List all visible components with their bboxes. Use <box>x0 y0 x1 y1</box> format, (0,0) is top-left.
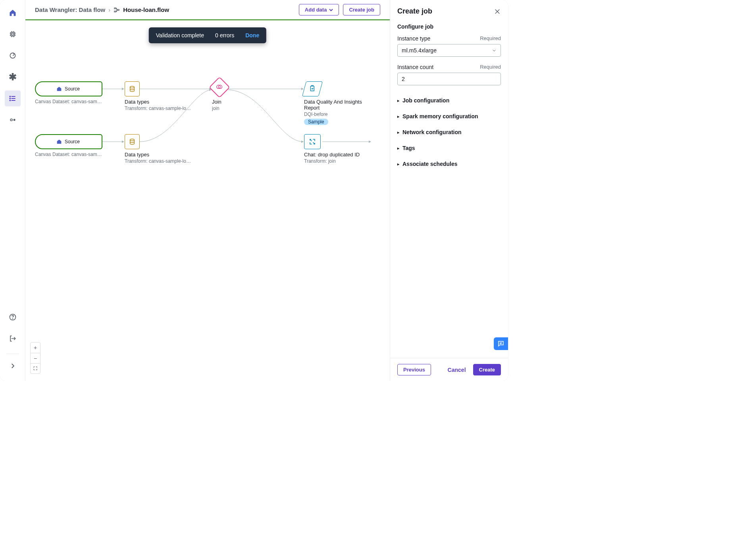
instance-count-label: Instance count <box>397 64 433 70</box>
add-data-button[interactable]: Add data <box>299 4 339 15</box>
caret-right-icon: ▸ <box>397 114 399 119</box>
svg-point-26 <box>130 139 135 141</box>
instance-count-value: 2 <box>402 76 405 82</box>
previous-button[interactable]: Previous <box>397 364 431 375</box>
required-label: Required <box>480 64 501 70</box>
node-title: Data types <box>125 99 192 105</box>
database-icon <box>129 85 136 92</box>
svg-rect-23 <box>114 11 116 12</box>
svg-point-15 <box>10 100 10 101</box>
svg-point-25 <box>130 86 135 88</box>
chip-icon <box>9 30 17 38</box>
caret-right-icon: ▸ <box>397 146 399 150</box>
toast-done-link[interactable]: Done <box>245 32 259 38</box>
node-title: Join <box>212 99 227 105</box>
logout-icon <box>9 335 17 343</box>
sidebar-expand[interactable] <box>5 358 21 374</box>
node-subtitle: Transform: join <box>304 158 360 164</box>
node-join[interactable]: Join join <box>212 80 227 111</box>
sidebar-compute[interactable] <box>5 26 21 42</box>
node-source-label: Source <box>65 139 80 144</box>
svg-point-17 <box>10 119 12 121</box>
flow-icon <box>114 7 120 13</box>
report-icon <box>309 85 316 92</box>
svg-point-20 <box>12 319 13 319</box>
node-source-subtitle: Canvas Dataset: canvas-sample-loans-… <box>35 99 102 104</box>
sidebar-endpoints[interactable] <box>5 112 21 128</box>
database-icon <box>129 138 136 145</box>
node-title: Data Quality And Insights Report <box>304 99 372 111</box>
section-spark-memory[interactable]: ▸Spark memory configuration <box>397 108 501 124</box>
node-title: Data types <box>125 152 192 158</box>
node-source-subtitle: Canvas Dataset: canvas-sample-loans-… <box>35 152 102 157</box>
instance-count-input[interactable]: 2 <box>397 73 501 85</box>
instance-type-select[interactable]: ml.m5.4xlarge <box>397 44 501 57</box>
cancel-button[interactable]: Cancel <box>448 367 466 373</box>
svg-rect-24 <box>117 9 119 10</box>
chevron-down-icon <box>492 48 497 53</box>
node-source-label: Source <box>65 86 80 92</box>
sidebar-help[interactable] <box>5 309 21 325</box>
section-schedules[interactable]: ▸Associate schedules <box>397 156 501 172</box>
node-report[interactable]: Data Quality And Insights Report DQI-bef… <box>304 81 372 125</box>
section-label: Tags <box>402 145 415 151</box>
create-button[interactable]: Create <box>473 364 501 375</box>
node-datatypes-2[interactable]: Data types Transform: canvas-sample-loan… <box>125 134 192 164</box>
left-sidebar: ✱ <box>0 0 25 381</box>
required-label: Required <box>480 35 501 42</box>
node-subtitle: Transform: canvas-sample-loans-part-… <box>125 106 192 111</box>
toast-message: Validation complete <box>156 32 204 38</box>
node-subtitle: Transform: canvas-sample-loans-part-… <box>125 158 192 164</box>
caret-right-icon: ▸ <box>397 130 399 135</box>
panel-title: Create job <box>397 7 432 15</box>
home-icon <box>9 9 17 17</box>
add-data-label: Add data <box>305 7 327 13</box>
sidebar-logout[interactable] <box>5 331 21 346</box>
create-job-panel: Create job Configure job Instance type R… <box>390 0 508 381</box>
svg-rect-29 <box>311 86 314 91</box>
node-chat[interactable]: Chat: drop duplicated ID Transform: join <box>304 134 360 164</box>
breadcrumb: Data Wrangler: Data flow › House-loan.fl… <box>35 6 169 13</box>
section-label: Spark memory configuration <box>402 113 478 119</box>
node-title: Chat: drop duplicated ID <box>304 152 360 158</box>
caret-right-icon: ▸ <box>397 98 399 103</box>
node-subtitle: DQI-before <box>304 112 372 117</box>
close-icon[interactable] <box>494 8 501 15</box>
instance-type-label: Instance type <box>397 35 430 42</box>
section-network[interactable]: ▸Network configuration <box>397 124 501 140</box>
svg-rect-22 <box>114 8 116 9</box>
breadcrumb-parent[interactable]: Data Wrangler: Data flow <box>35 6 105 13</box>
sidebar-home[interactable] <box>5 5 21 21</box>
section-label: Job configuration <box>402 97 449 104</box>
breadcrumb-current: House-loan.flow <box>123 6 169 13</box>
node-source-2[interactable]: Source Canvas Dataset: canvas-sample-loa… <box>35 134 102 157</box>
chevron-right-icon: › <box>108 6 110 13</box>
dataset-icon <box>56 86 62 92</box>
dataset-icon <box>56 139 62 145</box>
fullscreen-icon <box>33 366 38 371</box>
chat-icon <box>497 340 504 347</box>
venn-icon <box>216 83 223 90</box>
section-label: Network configuration <box>402 129 462 135</box>
node-source-1[interactable]: Source Canvas Dataset: canvas-sample-loa… <box>35 81 102 104</box>
node-datatypes-1[interactable]: Data types Transform: canvas-sample-loan… <box>125 81 192 111</box>
zoom-in-button[interactable]: + <box>31 343 40 353</box>
flow-canvas[interactable]: Validation complete 0 errors Done <box>25 20 390 381</box>
sidebar-pipelines[interactable] <box>5 48 21 64</box>
toast-errors: 0 errors <box>215 32 234 38</box>
sidebar-experiments[interactable]: ✱ <box>5 69 21 85</box>
asterisk-icon: ✱ <box>9 71 17 83</box>
section-job-configuration[interactable]: ▸Job configuration <box>397 92 501 108</box>
help-icon <box>9 313 17 321</box>
chat-fab[interactable] <box>494 337 508 350</box>
list-icon <box>9 94 17 102</box>
zoom-fit-button[interactable] <box>31 363 40 373</box>
section-tags[interactable]: ▸Tags <box>397 140 501 156</box>
zoom-out-button[interactable]: − <box>31 353 40 363</box>
header: Data Wrangler: Data flow › House-loan.fl… <box>25 0 390 20</box>
sidebar-data-wrangler[interactable] <box>5 90 21 106</box>
dots-icon <box>9 116 17 124</box>
create-job-button[interactable]: Create job <box>343 4 380 15</box>
instance-type-value: ml.m5.4xlarge <box>402 47 437 54</box>
pipeline-icon <box>9 52 17 60</box>
